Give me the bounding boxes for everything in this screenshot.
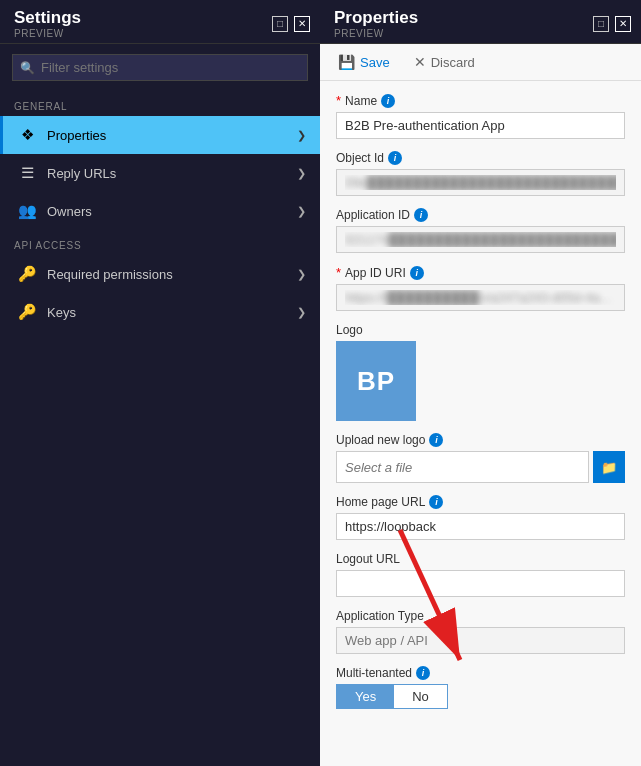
owners-icon: 👥 [17,202,37,220]
search-input[interactable] [12,54,308,81]
logout-url-field-group: Logout URL [336,552,625,597]
app-id-uri-field-group: * App ID URI i [336,265,625,311]
keys-icon: 🔑 [17,303,37,321]
app-id-uri-label: * App ID URI i [336,265,625,280]
file-upload-row: 📁 [336,451,625,483]
file-input[interactable] [336,451,589,483]
sidebar-item-keys[interactable]: 🔑 Keys ❯ [0,293,320,331]
object-id-input [336,169,625,196]
app-type-field-group: Application Type [336,609,625,654]
properties-title-group: Properties PREVIEW [334,8,418,39]
api-access-section-label: API ACCESS [0,230,320,255]
logo-display: BP [336,341,416,421]
app-id-uri-info-icon[interactable]: i [410,266,424,280]
properties-titlebar: Properties PREVIEW □ ✕ [320,0,641,44]
properties-minimize-button[interactable]: □ [593,16,609,32]
properties-close-button[interactable]: ✕ [615,16,631,32]
app-id-input [336,226,625,253]
settings-title: Settings [14,8,81,28]
toggle-no-button[interactable]: No [394,685,447,708]
app-id-info-icon[interactable]: i [414,208,428,222]
settings-title-group: Settings PREVIEW [14,8,81,39]
properties-label: Properties [47,128,106,143]
search-icon: 🔍 [20,61,35,75]
discard-label: Discard [431,55,475,70]
properties-window-controls: □ ✕ [593,16,631,32]
save-button[interactable]: 💾 Save [334,52,394,72]
app-id-field-group: Application ID i [336,208,625,253]
settings-close-button[interactable]: ✕ [294,16,310,32]
app-type-label: Application Type [336,609,625,623]
app-type-input [336,627,625,654]
settings-window-controls: □ ✕ [272,16,310,32]
properties-chevron-icon: ❯ [297,129,306,142]
owners-chevron-icon: ❯ [297,205,306,218]
discard-button[interactable]: ✕ Discard [410,52,479,72]
name-input[interactable] [336,112,625,139]
required-permissions-chevron-icon: ❯ [297,268,306,281]
name-field-group: * Name i [336,93,625,139]
properties-icon: ❖ [17,126,37,144]
object-id-info-icon[interactable]: i [388,151,402,165]
properties-title: Properties [334,8,418,28]
properties-panel: Properties PREVIEW □ ✕ 💾 Save ✕ Discard … [320,0,641,766]
toggle-yes-button[interactable]: Yes [337,685,394,708]
required-permissions-label: Required permissions [47,267,173,282]
file-browse-icon: 📁 [601,460,617,475]
object-id-field-group: Object Id i [336,151,625,196]
sidebar-item-required-permissions[interactable]: 🔑 Required permissions ❯ [0,255,320,293]
keys-chevron-icon: ❯ [297,306,306,319]
home-page-info-icon[interactable]: i [429,495,443,509]
name-info-icon[interactable]: i [381,94,395,108]
logo-text: BP [357,366,395,397]
upload-logo-label: Upload new logo i [336,433,625,447]
object-id-label: Object Id i [336,151,625,165]
sidebar-item-reply-urls[interactable]: ☰ Reply URLs ❯ [0,154,320,192]
logout-url-input[interactable] [336,570,625,597]
upload-logo-field-group: Upload new logo i 📁 [336,433,625,483]
multi-tenanted-toggle: Yes No [336,684,448,709]
search-box: 🔍 [12,54,308,81]
file-browse-button[interactable]: 📁 [593,451,625,483]
app-id-label: Application ID i [336,208,625,222]
required-permissions-icon: 🔑 [17,265,37,283]
upload-logo-info-icon[interactable]: i [429,433,443,447]
settings-minimize-button[interactable]: □ [272,16,288,32]
logo-field-group: Logo BP [336,323,625,421]
properties-content: * Name i Object Id i Application ID i [320,81,641,766]
discard-icon: ✕ [414,54,426,70]
name-label: * Name i [336,93,625,108]
app-id-uri-input[interactable] [336,284,625,311]
reply-urls-label: Reply URLs [47,166,116,181]
settings-titlebar: Settings PREVIEW □ ✕ [0,0,320,44]
settings-panel: Settings PREVIEW □ ✕ 🔍 GENERAL ❖ Propert… [0,0,320,766]
owners-label: Owners [47,204,92,219]
save-icon: 💾 [338,54,355,70]
home-page-input[interactable] [336,513,625,540]
home-page-field-group: Home page URL i [336,495,625,540]
reply-urls-icon: ☰ [17,164,37,182]
properties-subtitle: PREVIEW [334,28,418,39]
logo-label: Logo [336,323,625,337]
reply-urls-chevron-icon: ❯ [297,167,306,180]
properties-toolbar: 💾 Save ✕ Discard [320,44,641,81]
save-label: Save [360,55,390,70]
keys-label: Keys [47,305,76,320]
general-section-label: GENERAL [0,91,320,116]
logout-url-label: Logout URL [336,552,625,566]
multi-tenanted-info-icon[interactable]: i [416,666,430,680]
sidebar-item-properties[interactable]: ❖ Properties ❯ [0,116,320,154]
home-page-label: Home page URL i [336,495,625,509]
multi-tenanted-label: Multi-tenanted i [336,666,625,680]
settings-subtitle: PREVIEW [14,28,81,39]
multi-tenanted-field-group: Multi-tenanted i Yes No [336,666,625,709]
sidebar-item-owners[interactable]: 👥 Owners ❯ [0,192,320,230]
